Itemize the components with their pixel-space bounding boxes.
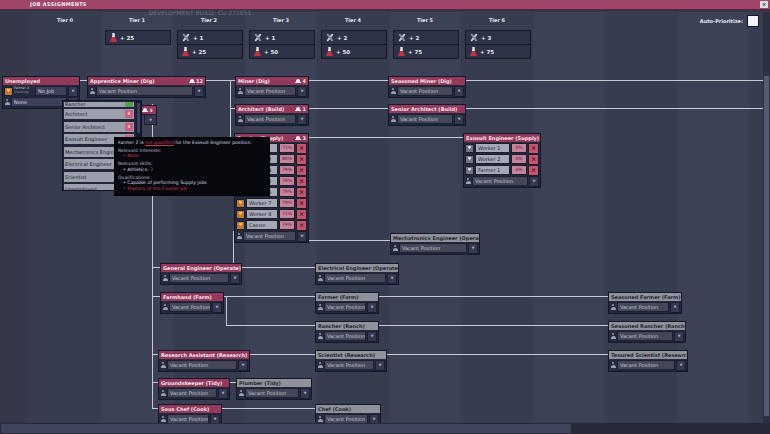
vacant-position-field[interactable]: Vacant Position bbox=[169, 273, 229, 283]
worker-percent-badge: 79% bbox=[279, 176, 295, 186]
auto-prioritize-checkbox[interactable] bbox=[747, 15, 759, 27]
vacant-position-row[interactable]: Vacant Position ▼ bbox=[162, 273, 240, 283]
dropdown-arrow-button[interactable]: ▼ bbox=[230, 273, 240, 284]
vacant-position-row[interactable]: Vacant Position ▼ bbox=[465, 176, 539, 186]
vacant-position-field[interactable]: Vacant Position bbox=[617, 302, 669, 312]
reward-value: + 75 bbox=[480, 49, 494, 55]
vacant-position-field[interactable]: Vacant Position bbox=[96, 86, 193, 96]
vacant-position-row[interactable]: Vacant Position ▼ bbox=[610, 331, 684, 341]
vacant-position-field[interactable]: Vacant Position bbox=[472, 176, 528, 186]
remove-worker-button[interactable]: × bbox=[296, 143, 307, 154]
dropdown-arrow-button[interactable]: ▼ bbox=[670, 302, 680, 313]
job-select-field[interactable]: No Job bbox=[35, 86, 67, 96]
dropdown-arrow-button[interactable]: ▼ bbox=[375, 360, 385, 371]
job-node-research-assistant: Research Assistant (Research) Vacant Pos… bbox=[158, 350, 250, 372]
dropdown-item[interactable]: Rancher bbox=[63, 101, 135, 108]
worker-percent-badge: 79% bbox=[279, 187, 295, 197]
dropdown-arrow-button[interactable]: ▼ bbox=[387, 273, 397, 284]
vacant-position-row[interactable]: Vacant Position ▼ bbox=[317, 302, 377, 312]
vacant-position-field[interactable]: Vacant Position bbox=[244, 114, 296, 124]
filter-select-field[interactable]: None bbox=[11, 97, 67, 107]
dropdown-arrow-button[interactable]: ▼ bbox=[676, 360, 686, 371]
tools-icon bbox=[398, 33, 406, 42]
vacant-position-row[interactable]: Vacant Position ▼ bbox=[237, 86, 307, 96]
vacant-position-row[interactable]: Vacant Position ▼ bbox=[160, 360, 248, 370]
vacant-position-row[interactable]: Vacant Position ▼ bbox=[610, 360, 686, 370]
remove-worker-button[interactable]: × bbox=[528, 165, 539, 176]
vacant-position-row[interactable]: Vacant Position ▼ bbox=[236, 231, 307, 241]
dropdown-arrow-button[interactable]: ▼ bbox=[454, 86, 464, 97]
remove-worker-button[interactable]: × bbox=[296, 220, 307, 231]
vacant-position-field[interactable]: Vacant Position bbox=[397, 114, 453, 124]
dropdown-arrow-button[interactable]: ▼ bbox=[297, 86, 307, 97]
dropdown-arrow-button[interactable]: ▼ bbox=[68, 86, 78, 97]
dropdown-arrow-button[interactable]: ▼ bbox=[454, 114, 464, 125]
dropdown-arrow-button[interactable]: ▼ bbox=[297, 231, 307, 242]
vacant-position-field[interactable]: Vacant Position bbox=[245, 388, 299, 398]
vacant-position-field[interactable]: Vacant Position bbox=[397, 86, 453, 96]
remove-worker-button[interactable]: × bbox=[296, 165, 307, 176]
remove-worker-button[interactable]: × bbox=[528, 154, 539, 165]
dropdown-item-label: Senior Architect bbox=[65, 124, 124, 130]
vacant-position-field[interactable]: Vacant Position bbox=[244, 86, 296, 96]
vacant-position-row[interactable]: Vacant Position ▼ bbox=[317, 273, 397, 283]
dropdown-arrow-button[interactable]: ▼ bbox=[674, 331, 684, 342]
vacant-position-row[interactable]: Vacant Position ▼ bbox=[392, 243, 478, 253]
vacant-position-field[interactable]: Vacant Position bbox=[324, 273, 386, 283]
vacant-position-field[interactable]: Vacant Position bbox=[617, 360, 675, 370]
vacant-position-field[interactable]: Vacant Position bbox=[243, 231, 296, 241]
person-icon bbox=[162, 275, 168, 282]
vacant-position-row[interactable]: Vacant Position ▼ bbox=[610, 302, 680, 312]
vertical-scrollbar-thumb[interactable] bbox=[764, 76, 769, 416]
dropdown-arrow-button[interactable]: ▼ bbox=[238, 360, 248, 371]
vertical-scrollbar[interactable] bbox=[763, 12, 770, 423]
dropdown-arrow-button[interactable]: ▼ bbox=[300, 388, 310, 399]
remove-worker-button[interactable]: × bbox=[296, 209, 307, 220]
unemployed-worker-row[interactable]: Farmer 2 (Herding) No Job ▼ bbox=[4, 86, 78, 96]
remove-worker-button[interactable]: × bbox=[296, 198, 307, 209]
close-button[interactable]: × bbox=[760, 1, 768, 8]
dropdown-arrow-button[interactable]: ▼ bbox=[218, 388, 228, 399]
dropdown-arrow-button[interactable]: ▼ bbox=[194, 86, 204, 97]
vacant-position-row[interactable]: Vacant Position ▼ bbox=[237, 114, 307, 124]
vacant-position-row[interactable]: Vacant Position ▼ bbox=[390, 114, 464, 124]
worker-percent-badge: 71% bbox=[279, 143, 295, 153]
horizontal-scrollbar[interactable] bbox=[0, 423, 770, 434]
vacant-position-field[interactable]: Vacant Position bbox=[399, 243, 467, 253]
remove-worker-button[interactable]: × bbox=[296, 176, 307, 187]
vacant-position-field[interactable]: Vacant Position bbox=[167, 388, 217, 398]
vacant-position-row[interactable]: Vacant Position ▼ bbox=[160, 388, 228, 398]
dropdown-arrow-button[interactable]: ▼ bbox=[367, 302, 377, 313]
person-icon bbox=[237, 116, 243, 123]
dropdown-arrow-button[interactable]: ▼ bbox=[297, 114, 307, 125]
vacant-position-field[interactable]: Vacant Position bbox=[324, 302, 366, 312]
remove-worker-button[interactable]: × bbox=[296, 187, 307, 198]
person-icon bbox=[610, 333, 616, 340]
vacant-position-field[interactable]: Vacant Position bbox=[617, 331, 673, 341]
dropdown-arrow-button[interactable]: ▼ bbox=[468, 243, 478, 254]
dropdown-item[interactable]: Senior Architect 8 bbox=[63, 121, 135, 133]
dropdown-arrow-button[interactable]: ▼ bbox=[212, 302, 222, 313]
remove-worker-button[interactable]: × bbox=[528, 143, 539, 154]
vacant-position-row[interactable]: Vacant Position ▼ bbox=[89, 86, 204, 96]
dropdown-arrow-button[interactable]: ▼ bbox=[367, 331, 377, 342]
vacant-position-field[interactable]: Vacant Position bbox=[324, 331, 366, 341]
vacant-position-row[interactable]: Vacant Position ▼ bbox=[317, 360, 385, 370]
dropdown-scrollbar-thumb[interactable] bbox=[137, 103, 140, 133]
person-icon bbox=[465, 178, 471, 185]
dropdown-item[interactable]: Architect 8 bbox=[63, 108, 135, 120]
dropdown-arrow-button[interactable]: ▼ bbox=[529, 176, 539, 187]
vacant-position-field[interactable]: Vacant Position bbox=[324, 360, 374, 370]
vacant-position-row[interactable]: Vacant Position ▼ bbox=[162, 302, 222, 312]
vacant-position-row[interactable]: Vacant Position ▼ bbox=[390, 86, 464, 96]
dropdown-arrow-button[interactable]: ▼ bbox=[144, 114, 157, 125]
vacant-position-row[interactable]: Vacant Position ▼ bbox=[238, 388, 310, 398]
horizontal-scrollbar-thumb[interactable] bbox=[1, 424, 571, 433]
worker-percent-badge: 80% bbox=[279, 154, 295, 164]
tier-label-0: Tier 0 bbox=[29, 17, 101, 23]
vacant-position-field[interactable]: Vacant Position bbox=[167, 360, 237, 370]
vacant-position-field[interactable]: Vacant Position bbox=[169, 302, 211, 312]
worker-row: Worker 2 0% × bbox=[465, 154, 539, 164]
remove-worker-button[interactable]: × bbox=[296, 154, 307, 165]
vacant-position-row[interactable]: Vacant Position ▼ bbox=[317, 331, 377, 341]
